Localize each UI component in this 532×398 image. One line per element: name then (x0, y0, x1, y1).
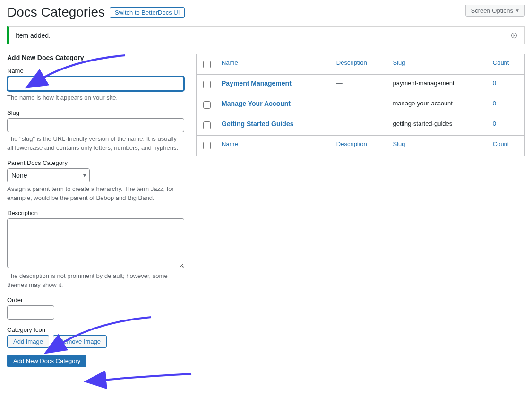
row-name-link[interactable]: Getting Started Guides (222, 120, 293, 128)
parent-select[interactable]: None (7, 168, 90, 182)
screen-options-label: Screen Options (471, 7, 513, 14)
remove-image-button[interactable]: Remove Image (53, 335, 107, 348)
table-row: Payment Management — payment-management … (197, 75, 525, 95)
row-slug: payment-management (393, 79, 455, 87)
row-slug: manage-your-account (393, 100, 453, 107)
description-textarea[interactable] (7, 218, 184, 268)
page-title: Docs Categories (7, 3, 105, 22)
col-name-header[interactable]: Name (222, 59, 238, 66)
col-count-footer[interactable]: Count (493, 140, 509, 147)
slug-input[interactable] (7, 118, 184, 132)
row-checkbox[interactable] (203, 81, 211, 88)
col-description-header[interactable]: Description (336, 59, 367, 66)
row-count-link[interactable]: 0 (493, 100, 496, 107)
row-name-link[interactable]: Payment Management (222, 79, 292, 87)
row-checkbox[interactable] (203, 121, 211, 129)
parent-help: Assign a parent term to create a hierarc… (7, 184, 184, 203)
row-name-link[interactable]: Manage Your Account (222, 100, 291, 107)
close-icon[interactable] (510, 32, 518, 39)
row-description: — (336, 79, 343, 87)
category-icon-label: Category Icon (7, 326, 184, 333)
parent-label: Parent Docs Category (7, 159, 184, 166)
name-help: The name is how it appears on your site. (7, 93, 184, 103)
add-image-button[interactable]: Add Image (7, 335, 49, 348)
col-slug-footer[interactable]: Slug (393, 140, 405, 147)
table-row: Getting Started Guides — getting-started… (197, 115, 525, 136)
name-input[interactable] (7, 76, 184, 91)
row-count-link[interactable]: 0 (493, 79, 496, 87)
screen-options-button[interactable]: Screen Options ▼ (465, 5, 525, 17)
row-count-link[interactable]: 0 (493, 120, 496, 127)
row-description: — (336, 100, 343, 107)
slug-help: The "slug" is the URL-friendly version o… (7, 134, 184, 153)
form-heading: Add New Docs Category (7, 54, 184, 61)
row-description: — (336, 120, 343, 127)
row-slug: getting-started-guides (393, 120, 453, 127)
description-help: The description is not prominent by defa… (7, 271, 184, 290)
col-count-header[interactable]: Count (493, 59, 509, 66)
row-checkbox[interactable] (203, 101, 211, 109)
description-label: Description (7, 209, 184, 216)
select-all-top-checkbox[interactable] (203, 61, 211, 68)
order-input[interactable] (7, 305, 54, 320)
admin-notice: Item added. (7, 26, 525, 44)
order-label: Order (7, 296, 184, 303)
submit-button[interactable]: Add New Docs Category (7, 355, 86, 367)
col-name-footer[interactable]: Name (222, 140, 238, 147)
table-row: Manage Your Account — manage-your-accoun… (197, 95, 525, 115)
select-all-bottom-checkbox[interactable] (203, 142, 211, 149)
categories-table: Name Description Slug Count Payment Mana… (196, 54, 525, 156)
name-label: Name (7, 67, 184, 74)
switch-ui-button[interactable]: Switch to BetterDocs UI (110, 7, 185, 18)
slug-label: Slug (7, 109, 184, 116)
col-description-footer[interactable]: Description (336, 140, 367, 147)
chevron-down-icon: ▼ (515, 8, 520, 13)
col-slug-header[interactable]: Slug (393, 59, 405, 66)
notice-text: Item added. (16, 32, 51, 39)
